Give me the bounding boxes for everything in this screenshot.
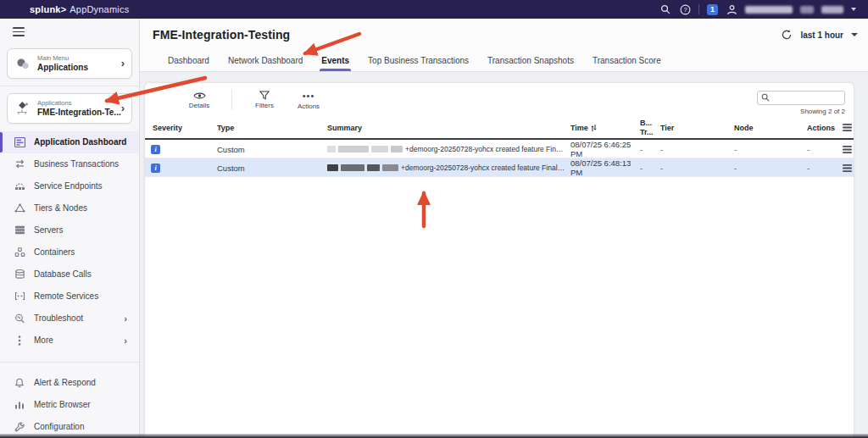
row-tier: - [660, 145, 734, 154]
notification-badge[interactable]: 1 [707, 4, 718, 15]
tab-network-dashboard[interactable]: Network Dashboard [228, 56, 303, 71]
chevron-right-icon: › [124, 335, 127, 346]
tab-top-business-transactions[interactable]: Top Business Transactions [368, 56, 469, 71]
redacted-text [391, 146, 403, 152]
page-title: FME-Integration-Testing [153, 28, 290, 42]
database-icon [13, 269, 26, 280]
sidebar-item-label: Configuration [34, 422, 84, 431]
endpoints-icon [13, 181, 26, 191]
tab-dashboard[interactable]: Dashboard [168, 56, 209, 71]
sidebar-item-label: Business Transactions [34, 159, 119, 169]
main-content: FME-Integration-Testing last 1 hour Dash… [140, 19, 868, 438]
details-button[interactable]: Details [177, 91, 221, 109]
table-row-selected[interactable]: i Custom +demoorg-20250728-yohcx created… [145, 158, 854, 177]
search-icon [761, 93, 770, 102]
user-icon[interactable] [726, 3, 737, 15]
row-node: - [734, 145, 807, 154]
redacted-account [800, 6, 814, 14]
search-icon[interactable] [659, 3, 671, 15]
redacted-text [327, 146, 336, 152]
more-dots-icon [13, 335, 26, 346]
row-menu-icon[interactable] [843, 164, 854, 172]
bell-icon [13, 378, 26, 388]
sidebar-item-tiers-nodes[interactable]: Tiers & Nodes [0, 197, 139, 219]
column-time-label: Time [570, 124, 588, 132]
actions-button[interactable]: ••• Actions [287, 91, 331, 110]
column-actions[interactable]: Actions [807, 124, 843, 132]
sidebar-item-label: More [34, 335, 53, 345]
row-summary: +demoorg-20250728-yohcx created feature … [327, 145, 570, 153]
actions-label: Actions [298, 103, 320, 110]
applications-menu-icon [15, 57, 31, 70]
chevron-right-icon: › [121, 58, 125, 69]
table-row[interactable]: i Custom +demoorg-20250728-yohcx created… [145, 140, 854, 158]
time-range-selector[interactable]: last 1 hour [800, 30, 843, 40]
refresh-icon[interactable] [781, 29, 793, 41]
column-bt-line2: Tr... [640, 128, 660, 136]
app-header: FME-Integration-Testing last 1 hour Dash… [140, 19, 868, 72]
column-type[interactable]: Type [217, 124, 327, 132]
sidebar-item-label: Database Calls [34, 269, 92, 279]
application-card[interactable]: Applications FME-Integration-Te... › [7, 93, 132, 124]
row-summary: +demoorg-20250728-yohcx created feature … [327, 164, 570, 172]
sidebar-item-application-dashboard[interactable]: Application Dashboard [0, 131, 139, 153]
column-summary[interactable]: Summary [327, 124, 570, 132]
column-tier[interactable]: Tier [660, 124, 734, 132]
sidebar-item-business-transactions[interactable]: Business Transactions [0, 153, 139, 175]
sidebar-item-alert-respond[interactable]: Alert & Respond [0, 372, 139, 394]
help-icon[interactable]: ? [679, 3, 691, 15]
search-input[interactable] [772, 93, 840, 102]
sidebar-item-troubleshoot[interactable]: Troubleshoot › [0, 308, 139, 330]
sidebar-item-label: Application Dashboard [34, 137, 126, 147]
sidebar-item-containers[interactable]: Containers [0, 241, 139, 263]
redacted-text [341, 164, 364, 171]
sidebar-item-metric-browser[interactable]: Metric Browser [0, 394, 139, 416]
sidebar-item-servers[interactable]: Servers [0, 219, 139, 241]
column-settings-icon[interactable] [843, 124, 854, 131]
eye-icon [193, 91, 206, 100]
user-menu-caret-icon[interactable] [851, 8, 856, 11]
filters-button[interactable]: Filters [242, 91, 287, 109]
main-menu-card[interactable]: Main Menu Applications › [7, 48, 132, 79]
time-range-caret-icon[interactable] [851, 33, 858, 36]
tab-transaction-snapshots[interactable]: Transaction Snapshots [487, 56, 574, 71]
row-menu-icon[interactable] [843, 146, 854, 153]
tab-bar: Dashboard Network Dashboard Events Top B… [168, 51, 868, 71]
sidebar-item-label: Metric Browser [34, 400, 91, 409]
topbar-actions: ? 1 [659, 3, 856, 15]
events-panel: Details Filters ••• Actions [144, 82, 854, 438]
column-business-transaction[interactable]: B... Tr... [640, 119, 660, 136]
sidebar-divider [0, 86, 139, 86]
tab-transaction-score[interactable]: Transaction Score [593, 56, 661, 71]
filters-label: Filters [255, 102, 274, 109]
column-node[interactable]: Node [734, 124, 807, 132]
redacted-text [338, 146, 369, 152]
remote-services-icon [13, 291, 26, 301]
sidebar-item-database-calls[interactable]: Database Calls [0, 263, 139, 286]
row-actions: - [807, 164, 843, 173]
row-node: - [734, 164, 807, 173]
tab-events[interactable]: Events [321, 56, 349, 71]
info-icon: i [151, 164, 160, 173]
sidebar-nav: Application Dashboard Business Transacti… [0, 131, 139, 352]
sidebar-item-more[interactable]: More › [0, 330, 139, 352]
containers-icon [13, 247, 26, 258]
application-flow-icon [15, 101, 31, 116]
troubleshoot-icon [13, 313, 26, 324]
redacted-username [745, 6, 793, 14]
column-time[interactable]: Time [570, 124, 640, 132]
sidebar-footer-nav: Alert & Respond Metric Browser Configura… [0, 372, 139, 438]
svg-text:?: ? [683, 6, 687, 14]
column-severity[interactable]: Severity [153, 124, 217, 132]
table-search-box[interactable] [757, 91, 845, 105]
bar-chart-icon [13, 400, 26, 409]
sidebar-item-label: Containers [34, 247, 75, 257]
hamburger-menu-icon[interactable] [13, 27, 25, 39]
sidebar-item-remote-services[interactable]: Remote Services [0, 286, 139, 308]
sidebar-item-label: Alert & Respond [34, 378, 96, 387]
chevron-right-icon: › [121, 103, 125, 114]
sidebar: Main Menu Applications › Applications FM… [0, 19, 140, 438]
row-time: 08/07/25 6:46:25 PM [570, 140, 640, 158]
sidebar-item-label: Tiers & Nodes [34, 203, 87, 213]
sidebar-item-service-endpoints[interactable]: Service Endpoints [0, 175, 139, 197]
